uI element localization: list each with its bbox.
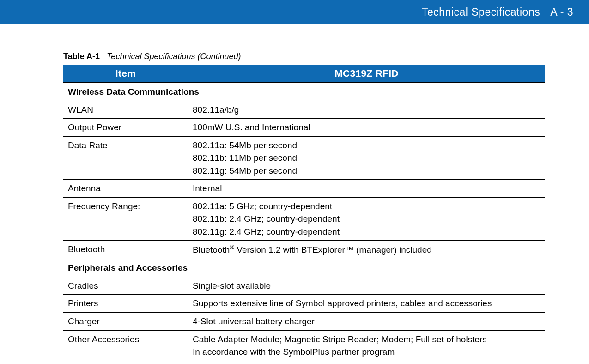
table-row: Output Power100mW U.S. and International	[63, 119, 545, 137]
table-row: Data Rate802.11a: 54Mb per second802.11b…	[63, 136, 545, 180]
col-header-value: MC319Z RFID	[188, 65, 545, 83]
value-cell: 802.11a: 5 GHz; country-dependent802.11b…	[188, 197, 545, 241]
table-section-heading: Peripherals and Accessories	[63, 259, 545, 277]
value-cell: 100mW U.S. and International	[188, 119, 545, 137]
item-cell: Frequency Range:	[63, 197, 188, 241]
table-row: PrintersSupports extensive line of Symbo…	[63, 295, 545, 313]
spec-table: Item MC319Z RFID Wireless Data Communica…	[63, 65, 545, 361]
header-title: Technical Specifications	[422, 6, 540, 18]
table-row: Charger4-Slot universal battery charger	[63, 312, 545, 330]
table-caption: Table A-1 Technical Specifications (Cont…	[63, 52, 545, 61]
item-cell: Charger	[63, 312, 188, 330]
table-row: CradlesSingle-slot available	[63, 277, 545, 295]
value-cell: Supports extensive line of Symbol approv…	[188, 295, 545, 313]
table-row: WLAN802.11a/b/g	[63, 101, 545, 119]
value-cell: Single-slot available	[188, 277, 545, 295]
table-row: AntennaInternal	[63, 180, 545, 198]
table-row: BluetoothBluetooth® Version 1.2 with BTE…	[63, 241, 545, 259]
value-cell: Bluetooth® Version 1.2 with BTExplorer™ …	[188, 241, 545, 259]
section-heading-cell: Peripherals and Accessories	[63, 259, 545, 277]
section-heading-cell: Wireless Data Communications	[63, 83, 545, 101]
table-header-row: Item MC319Z RFID	[63, 65, 545, 83]
table-section-heading: Wireless Data Communications	[63, 83, 545, 101]
table-row: Frequency Range:802.11a: 5 GHz; country-…	[63, 197, 545, 241]
header-page-number: A - 3	[550, 6, 573, 18]
item-cell: Data Rate	[63, 136, 188, 180]
item-cell: Other Accessories	[63, 330, 188, 361]
item-cell: Cradles	[63, 277, 188, 295]
value-cell: 802.11a: 54Mb per second802.11b: 11Mb pe…	[188, 136, 545, 180]
table-caption-title: Technical Specifications (Continued)	[107, 52, 241, 61]
item-cell: WLAN	[63, 101, 188, 119]
item-cell: Printers	[63, 295, 188, 313]
page-header: Technical Specifications A - 3	[0, 0, 589, 24]
item-cell: Bluetooth	[63, 241, 188, 259]
item-cell: Output Power	[63, 119, 188, 137]
table-row: Other AccessoriesCable Adapter Module; M…	[63, 330, 545, 361]
value-cell: Cable Adapter Module; Magnetic Stripe Re…	[188, 330, 545, 361]
col-header-item: Item	[63, 65, 188, 83]
value-cell: 4-Slot universal battery charger	[188, 312, 545, 330]
value-cell: 802.11a/b/g	[188, 101, 545, 119]
content-area: Table A-1 Technical Specifications (Cont…	[0, 24, 589, 364]
table-caption-label: Table A-1	[63, 52, 100, 61]
item-cell: Antenna	[63, 180, 188, 198]
value-cell: Internal	[188, 180, 545, 198]
